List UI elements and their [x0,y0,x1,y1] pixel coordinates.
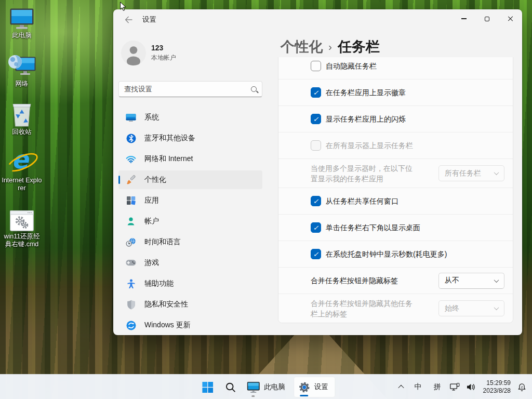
sidebar-item-personalization[interactable]: 个性化 [118,170,262,189]
dropdown: 始终 [438,300,504,316]
chevron-up-icon [398,385,404,391]
desktop-icon-cmd-file[interactable]: win11还原经典右键.cmd [0,204,44,248]
desktop-icon-label: 此电脑 [12,32,32,39]
desktop-icon-label: 回收站 [12,128,32,136]
checkbox[interactable]: ✓ [311,196,321,206]
settings-window: 设置 123 本地帐户 查找设置 系统蓝牙和其他设备网络和 Internet个性… [113,9,522,335]
settings-row: ✓在系统托盘时钟中显示秒数(耗电更多) [278,241,513,267]
setting-label: 自动隐藏任务栏 [326,61,377,71]
network-icon [8,51,36,78]
start-button[interactable] [197,377,218,397]
back-arrow-icon [125,16,132,23]
taskbar-app-this-pc[interactable]: 此电脑 [243,377,291,397]
tray-date: 2023/8/28 [483,387,511,395]
ime-mode-button[interactable]: 拼 [428,378,447,396]
clock-tray-button[interactable]: 15:29:59 2023/8/28 [480,378,514,396]
checkbox[interactable]: ✓ [311,87,321,98]
sidebar-nav: 系统蓝牙和其他设备网络和 Internet个性化应用帐户时间和语言游戏辅助功能隐… [118,108,262,335]
sidebar-item-privacy-security[interactable]: 隐私和安全性 [118,295,262,314]
desktop-icon-network[interactable]: 网络 [0,51,44,88]
settings-scroll-area[interactable]: 自动隐藏任务栏✓在任务栏应用上显示徽章✓显示任务栏应用上的闪烁在所有显示器上显示… [278,57,513,323]
desktop-icon-internet-explorer[interactable]: eInternet Explorer [0,148,44,192]
this-pc-icon [10,3,34,30]
accessibility-icon [126,278,136,289]
dropdown[interactable]: 从不 [438,273,504,289]
search-placeholder: 查找设置 [124,85,152,94]
taskbar: 此电脑 设置 中 拼 [0,374,532,399]
checkbox[interactable] [311,61,321,71]
running-indicator [251,395,255,397]
checkbox[interactable]: ✓ [311,249,321,259]
sidebar-item-time-language[interactable]: 时间和语言 [118,233,262,251]
sidebar-item-system[interactable]: 系统 [118,108,262,127]
ime-mode-label: 拼 [434,382,441,392]
sidebar-item-accessibility[interactable]: 辅助功能 [118,274,262,293]
windows-update-icon [126,320,136,330]
settings-row: ✓显示任务栏应用上的闪烁 [278,105,513,132]
volume-tray-button[interactable] [463,378,480,396]
taskbar-app-settings[interactable]: 设置 [294,377,335,397]
ime-language-label: 中 [415,382,422,392]
cmd-file-icon [10,204,34,231]
breadcrumb-parent[interactable]: 个性化 [281,37,323,56]
setting-label: 在系统托盘时钟中显示秒数(耗电更多) [326,249,447,259]
network-tray-button[interactable] [447,378,463,396]
checkbox[interactable]: ✓ [311,114,321,124]
check-icon: ✓ [313,224,319,232]
user-name: 123 [151,44,176,52]
close-button[interactable] [499,9,522,28]
settings-row: 在所有显示器上显示任务栏 [278,132,513,158]
tray-chevron-up-button[interactable] [393,378,409,396]
chevron-down-icon [494,170,499,175]
search-input[interactable]: 查找设置 [118,81,262,97]
setting-label: 单击任务栏右下角以显示桌面 [326,222,420,233]
settings-row: ✓单击任务栏右下角以显示桌面 [278,214,513,241]
desktop-icon-label: 网络 [16,80,29,88]
sidebar-item-windows-update[interactable]: Windows 更新 [118,316,262,335]
taskbar-app-label: 此电脑 [264,382,285,392]
check-icon: ✓ [313,115,319,123]
sidebar-item-accounts[interactable]: 帐户 [118,212,262,231]
settings-row: ✓从任务栏共享任何窗口 [278,188,513,214]
user-account[interactable]: 123 本地帐户 [121,41,176,65]
active-indicator [300,395,308,396]
setting-label: 当使用多个显示器时，在以下位置显示我的任务栏应用 [311,163,416,184]
network-icon [450,383,460,391]
windows-logo-icon [202,382,213,393]
settings-row: 合并任务栏按钮并隐藏其他任务栏上的标签始终 [278,294,513,323]
sidebar-item-network-internet[interactable]: 网络和 Internet [118,150,262,168]
chevron-down-icon [494,305,499,310]
this-pc-icon [247,381,260,393]
search-icon [225,382,236,393]
back-button[interactable] [121,13,136,26]
settings-row: 自动隐藏任务栏 [278,57,513,79]
desktop-icon-this-pc[interactable]: 此电脑 [0,3,44,39]
settings-gear-icon [298,381,310,393]
system-icon [126,112,136,123]
sidebar-item-gaming[interactable]: 游戏 [118,254,262,272]
desktop-icon-recycle-bin[interactable]: 回收站 [0,100,44,136]
search-icon [251,86,257,92]
taskbar-search-button[interactable] [220,377,241,397]
personalization-icon [126,175,136,185]
avatar [121,41,146,65]
maximize-icon [485,17,489,21]
sidebar-item-bluetooth-devices[interactable]: 蓝牙和其他设备 [118,129,262,148]
desktop-icons: 此电脑网络回收站eInternet Explorerwin11还原经典右键.cm… [0,3,44,260]
chevron-down-icon [494,277,499,283]
dropdown: 所有任务栏 [438,165,504,181]
notification-center-button[interactable]: z [514,378,529,396]
maximize-button[interactable] [475,9,499,28]
ime-language-button[interactable]: 中 [409,378,428,396]
setting-label: 从任务栏共享任何窗口 [326,196,398,206]
sidebar-item-apps[interactable]: 应用 [118,191,262,210]
network-internet-icon [126,154,136,164]
minimize-button[interactable] [452,9,475,28]
titlebar: 设置 [113,9,522,30]
svg-text:z: z [521,384,522,388]
accounts-icon [126,216,136,227]
notification-bell-icon: z [517,383,526,392]
taskbar-app-label: 设置 [314,382,328,392]
check-icon: ✓ [313,89,319,97]
checkbox[interactable]: ✓ [311,222,321,233]
